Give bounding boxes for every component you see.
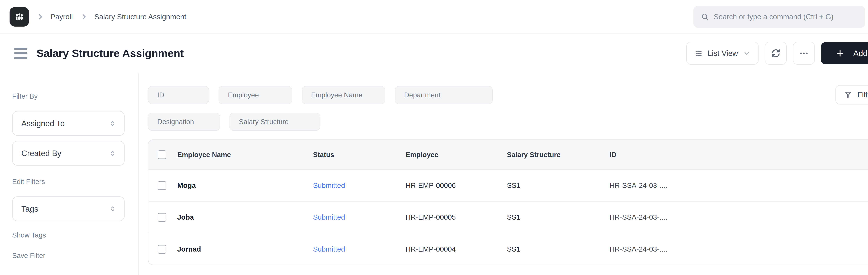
column-header-status: Status xyxy=(313,151,406,159)
column-header-employee-name: Employee Name xyxy=(177,151,313,159)
cell-salary-structure: SS1 xyxy=(507,213,610,221)
breadcrumb-page[interactable]: Salary Structure Assignment xyxy=(94,13,186,21)
view-switcher-button[interactable]: List View xyxy=(686,42,758,65)
column-header-id: ID xyxy=(610,151,868,159)
cell-status[interactable]: Submitted xyxy=(313,181,406,190)
cell-employee: HR-EMP-00005 xyxy=(406,213,507,221)
cell-employee-name: Joba xyxy=(177,213,313,221)
cell-employee: HR-EMP-00004 xyxy=(406,245,507,253)
refresh-icon xyxy=(771,49,781,58)
cell-employee-name: Moga xyxy=(177,181,313,190)
filter-field-designation[interactable]: Designation xyxy=(148,113,220,131)
row-checkbox[interactable] xyxy=(158,181,166,190)
global-search-input[interactable]: Search or type a command (Ctrl + G) xyxy=(693,6,865,28)
assigned-to-value: Assigned To xyxy=(21,119,65,128)
column-header-employee: Employee xyxy=(406,151,507,159)
sidebar-toggle-icon[interactable] xyxy=(14,48,27,59)
filter-sort-controls: Filter Last Updated On xyxy=(835,85,868,104)
edit-filters-link[interactable]: Edit Filters xyxy=(12,178,125,186)
filter-field-department[interactable]: Department xyxy=(395,86,493,104)
list-view-main: ID Employee Employee Name Department Des… xyxy=(139,73,868,275)
select-updown-icon xyxy=(109,150,117,157)
view-switcher-label: List View xyxy=(708,49,738,58)
cell-salary-structure: SS1 xyxy=(507,245,610,253)
filter-fields-row-1: ID Employee Employee Name Department xyxy=(148,86,493,104)
cell-id: HR-SSA-24-03-.... xyxy=(610,213,868,221)
tags-select[interactable]: Tags xyxy=(12,196,125,221)
list-sidebar: Filter By Assigned To Created By Edit Fi… xyxy=(0,73,139,275)
ellipsis-icon xyxy=(799,49,809,58)
select-all-checkbox[interactable] xyxy=(158,150,166,159)
search-placeholder: Search or type a command (Ctrl + G) xyxy=(714,13,834,21)
breadcrumb-app[interactable]: Payroll xyxy=(51,13,73,21)
created-by-value: Created By xyxy=(21,149,61,158)
cell-status[interactable]: Submitted xyxy=(313,213,406,221)
tags-value: Tags xyxy=(21,204,38,214)
chevron-right-icon xyxy=(81,13,88,21)
select-updown-icon xyxy=(109,205,117,213)
chevron-down-icon xyxy=(743,50,750,57)
column-header-salary-structure: Salary Structure xyxy=(507,151,610,159)
created-by-select[interactable]: Created By xyxy=(12,141,125,165)
filter-field-employee[interactable]: Employee xyxy=(219,86,292,104)
list-table-card: Employee Name Status Employee Salary Str… xyxy=(148,140,868,265)
top-navbar: Payroll Salary Structure Assignment Sear… xyxy=(0,0,868,34)
show-tags-link[interactable]: Show Tags xyxy=(12,231,125,239)
add-button-label: Add Salary Structure Assignment xyxy=(853,49,868,58)
table-row[interactable]: Moga Submitted HR-EMP-00006 SS1 HR-SSA-2… xyxy=(148,170,868,202)
cell-salary-structure: SS1 xyxy=(507,181,610,190)
refresh-button[interactable] xyxy=(765,42,787,65)
filter-field-salary-structure[interactable]: Salary Structure xyxy=(229,113,320,131)
menu-ellipsis-button[interactable] xyxy=(793,42,815,65)
filter-button-label: Filter xyxy=(858,90,868,99)
filter-field-employee-name[interactable]: Employee Name xyxy=(302,86,385,104)
hr-app-logo[interactable] xyxy=(9,7,29,27)
select-updown-icon xyxy=(109,120,117,127)
row-checkbox[interactable] xyxy=(158,245,166,254)
save-filter-link[interactable]: Save Filter xyxy=(12,252,125,259)
cell-id: HR-SSA-24-03-.... xyxy=(610,181,868,190)
chevron-right-icon xyxy=(37,13,44,21)
cell-employee-name: Jornad xyxy=(177,245,313,253)
search-icon xyxy=(701,13,709,21)
funnel-icon xyxy=(844,91,852,99)
table-header-row: Employee Name Status Employee Salary Str… xyxy=(148,140,868,170)
filter-field-id[interactable]: ID xyxy=(148,86,209,104)
filter-button[interactable]: Filter xyxy=(835,85,868,104)
table-row[interactable]: Joba Submitted HR-EMP-00005 SS1 HR-SSA-2… xyxy=(148,202,868,233)
cell-status[interactable]: Submitted xyxy=(313,245,406,253)
app-window: Payroll Salary Structure Assignment Sear… xyxy=(0,0,868,275)
cell-employee: HR-EMP-00006 xyxy=(406,181,507,190)
plus-icon xyxy=(836,49,844,58)
filter-fields-row-2: Designation Salary Structure xyxy=(148,113,320,131)
table-row[interactable]: Jornad Submitted HR-EMP-00004 SS1 HR-SSA… xyxy=(148,233,868,265)
row-checkbox[interactable] xyxy=(158,213,166,222)
cell-id: HR-SSA-24-03-.... xyxy=(610,245,868,253)
add-salary-structure-assignment-button[interactable]: Add Salary Structure Assignment xyxy=(821,42,868,64)
assigned-to-select[interactable]: Assigned To xyxy=(12,111,125,136)
page-title: Salary Structure Assignment xyxy=(36,47,184,59)
list-view-icon xyxy=(695,49,703,57)
filter-by-label: Filter By xyxy=(12,92,125,100)
people-icon xyxy=(14,11,25,22)
page-header: Salary Structure Assignment List View xyxy=(0,35,868,72)
